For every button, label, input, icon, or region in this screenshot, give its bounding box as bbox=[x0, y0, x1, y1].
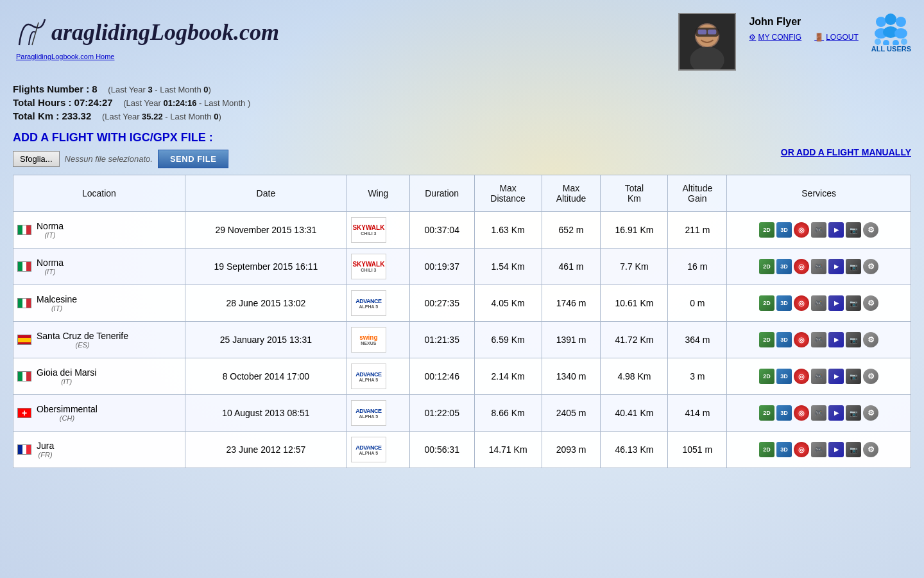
wing-model-label: ALPHA 5 bbox=[359, 414, 379, 419]
service-target-icon[interactable]: ◎ bbox=[794, 222, 809, 238]
service-3d-icon[interactable]: 3D bbox=[776, 442, 792, 457]
service-gear-icon[interactable]: ⚙ bbox=[863, 405, 878, 421]
col-services: Services bbox=[727, 175, 911, 212]
service-icons: 2D 3D ◎ 🎮 ▶ 📷 ⚙ bbox=[731, 332, 907, 347]
wing-image: ADVANCE ALPHA 5 bbox=[351, 290, 386, 316]
cell-altitude-gain: 414 m bbox=[668, 395, 727, 432]
service-3d-icon[interactable]: 3D bbox=[776, 222, 792, 238]
service-game-icon[interactable]: 🎮 bbox=[811, 369, 826, 384]
location-cell: Malcesine (IT) bbox=[17, 294, 181, 312]
cell-total-km: 41.72 Km bbox=[601, 322, 668, 358]
service-video-icon[interactable]: ▶ bbox=[828, 442, 844, 457]
logout-link[interactable]: 🚪 LOGOUT bbox=[814, 33, 859, 42]
header: araglidingLogbook.com ParaglidingLogbook… bbox=[13, 6, 911, 74]
service-target-icon[interactable]: ◎ bbox=[794, 369, 809, 384]
location-text: Jura (FR) bbox=[37, 441, 54, 459]
service-target-icon[interactable]: ◎ bbox=[794, 442, 809, 457]
service-target-icon[interactable]: ◎ bbox=[794, 332, 809, 347]
cell-duration: 01:21:35 bbox=[409, 322, 474, 358]
table-row: Jura (FR) 23 June 2012 12:57 ADVANCE ALP… bbox=[13, 432, 911, 468]
browse-button[interactable]: Sfoglia... bbox=[13, 151, 60, 167]
service-3d-icon[interactable]: 3D bbox=[776, 369, 792, 384]
hours-last-year: 01:24:16 bbox=[163, 98, 196, 108]
flights-last-year: 3 bbox=[148, 85, 153, 94]
service-3d-icon[interactable]: 3D bbox=[776, 295, 792, 311]
service-video-icon[interactable]: ▶ bbox=[828, 369, 844, 384]
service-3d-icon[interactable]: 3D bbox=[776, 332, 792, 347]
service-target-icon[interactable]: ◎ bbox=[794, 259, 809, 274]
service-video-icon[interactable]: ▶ bbox=[828, 222, 844, 238]
wing-model-label: ALPHA 5 bbox=[359, 378, 379, 382]
add-flight-title: ADD A FLIGHT WITH IGC/GPX FILE : bbox=[13, 131, 228, 144]
service-game-icon[interactable]: 🎮 bbox=[811, 259, 826, 274]
all-users-button[interactable]: ALL USERS bbox=[871, 13, 911, 53]
km-detail: (Last Year 35.22 - Last Month 0) bbox=[102, 112, 221, 121]
service-2d-icon[interactable]: 2D bbox=[759, 259, 774, 274]
cell-date: 28 June 2015 13:02 bbox=[185, 285, 346, 322]
svg-point-17 bbox=[901, 39, 907, 45]
service-gear-icon[interactable]: ⚙ bbox=[863, 442, 878, 457]
cell-wing: ADVANCE ALPHA 5 bbox=[346, 395, 409, 432]
service-game-icon[interactable]: 🎮 bbox=[811, 405, 826, 421]
svg-point-16 bbox=[893, 40, 899, 45]
service-gear-icon[interactable]: ⚙ bbox=[863, 369, 878, 384]
cell-max-altitude: 1746 m bbox=[542, 285, 601, 322]
service-gear-icon[interactable]: ⚙ bbox=[863, 332, 878, 347]
service-3d-icon[interactable]: 3D bbox=[776, 405, 792, 421]
location-name: Malcesine bbox=[37, 294, 77, 304]
service-gear-icon[interactable]: ⚙ bbox=[863, 295, 878, 311]
service-game-icon[interactable]: 🎮 bbox=[811, 332, 826, 347]
cell-max-distance: 4.05 Km bbox=[474, 285, 542, 322]
cell-max-altitude: 1340 m bbox=[542, 358, 601, 395]
location-cell: Santa Cruz de Tenerife (ES) bbox=[17, 331, 181, 349]
service-gear-icon[interactable]: ⚙ bbox=[863, 259, 878, 274]
location-country: (IT) bbox=[37, 231, 64, 239]
cell-altitude-gain: 211 m bbox=[668, 212, 727, 249]
service-game-icon[interactable]: 🎮 bbox=[811, 442, 826, 457]
logo-area: araglidingLogbook.com ParaglidingLogbook… bbox=[13, 13, 279, 60]
send-file-button[interactable]: SEND FILE bbox=[158, 150, 228, 168]
service-2d-icon[interactable]: 2D bbox=[759, 369, 774, 384]
service-3d-icon[interactable]: 3D bbox=[776, 259, 792, 274]
service-camera-icon[interactable]: 📷 bbox=[846, 369, 861, 384]
home-link[interactable]: ParaglidingLogbook.com Home bbox=[16, 53, 279, 60]
service-camera-icon[interactable]: 📷 bbox=[846, 442, 861, 457]
service-camera-icon[interactable]: 📷 bbox=[846, 295, 861, 311]
service-target-icon[interactable]: ◎ bbox=[794, 405, 809, 421]
location-name: Jura bbox=[37, 441, 54, 451]
add-manual-link[interactable]: OR ADD A FLIGHT MANUALLY bbox=[781, 147, 911, 157]
service-2d-icon[interactable]: 2D bbox=[759, 295, 774, 311]
location-name: Gioia dei Marsi bbox=[37, 367, 96, 378]
location-text: Obersimmental (CH) bbox=[37, 404, 98, 422]
flights-last-month: 0 bbox=[203, 85, 208, 94]
service-target-icon[interactable]: ◎ bbox=[794, 295, 809, 311]
location-cell: Norma (IT) bbox=[17, 258, 181, 276]
location-country: (CH) bbox=[37, 414, 98, 422]
service-video-icon[interactable]: ▶ bbox=[828, 295, 844, 311]
wing-brand-label: SKYWALK bbox=[352, 224, 384, 231]
service-gear-icon[interactable]: ⚙ bbox=[863, 222, 878, 238]
my-config-link[interactable]: ⚙ MY CONFIG bbox=[749, 33, 801, 42]
service-2d-icon[interactable]: 2D bbox=[759, 222, 774, 238]
service-video-icon[interactable]: ▶ bbox=[828, 405, 844, 421]
logo: araglidingLogbook.com bbox=[13, 13, 279, 51]
cell-total-km: 40.41 Km bbox=[601, 395, 668, 432]
service-2d-icon[interactable]: 2D bbox=[759, 332, 774, 347]
stat-km: Total Km : 233.32 (Last Year 35.22 - Las… bbox=[13, 110, 911, 121]
wing-image: swing NEXUS bbox=[351, 327, 386, 353]
service-game-icon[interactable]: 🎮 bbox=[811, 295, 826, 311]
service-camera-icon[interactable]: 📷 bbox=[846, 332, 861, 347]
hours-label: Total Hours : bbox=[13, 97, 71, 108]
service-camera-icon[interactable]: 📷 bbox=[846, 405, 861, 421]
all-users-label: ALL USERS bbox=[871, 45, 911, 53]
cell-location: Jura (FR) bbox=[13, 432, 185, 468]
service-video-icon[interactable]: ▶ bbox=[828, 332, 844, 347]
svg-rect-7 bbox=[708, 30, 716, 35]
service-video-icon[interactable]: ▶ bbox=[828, 259, 844, 274]
service-game-icon[interactable]: 🎮 bbox=[811, 222, 826, 238]
service-camera-icon[interactable]: 📷 bbox=[846, 259, 861, 274]
config-icon: ⚙ bbox=[749, 33, 756, 42]
service-2d-icon[interactable]: 2D bbox=[759, 405, 774, 421]
service-2d-icon[interactable]: 2D bbox=[759, 442, 774, 457]
service-camera-icon[interactable]: 📷 bbox=[846, 222, 861, 238]
